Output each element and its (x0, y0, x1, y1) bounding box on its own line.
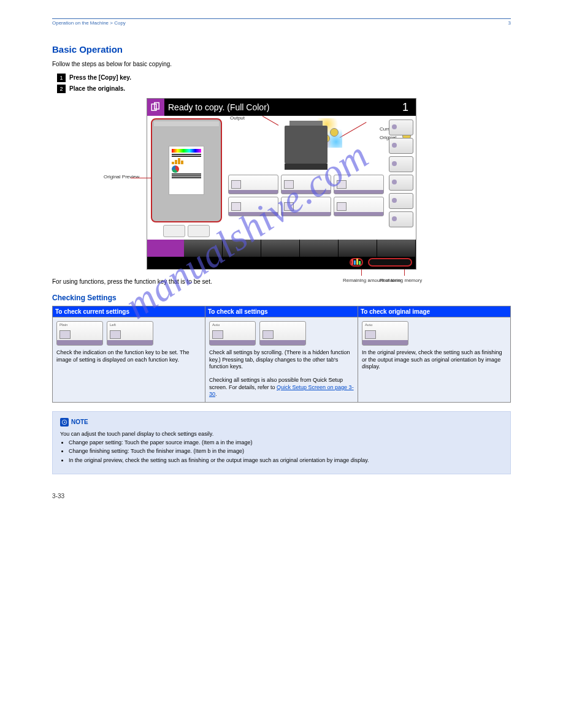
chapter-number: 3 (508, 20, 511, 26)
table-header: To check current settings (53, 306, 205, 317)
function-key[interactable] (281, 197, 331, 216)
memory-status[interactable] (368, 258, 412, 267)
function-key-example: Plain Paper (56, 321, 103, 346)
note-bullet: Change finishing setting: Touch the fini… (69, 447, 503, 455)
original-preview[interactable] (151, 118, 222, 222)
panel-status-text: Ready to copy. (Full Color) (164, 102, 402, 112)
touch-panel: Ready to copy. (Full Color) 1 (147, 98, 416, 270)
staple-icon (110, 330, 121, 339)
function-key-example: Left Staple (107, 321, 153, 346)
zoom-in-button[interactable] (188, 225, 210, 237)
note-bullet: In the original preview, check the setti… (69, 457, 503, 464)
cell-text: Check the indication on the function key… (56, 349, 201, 363)
shortcut-button[interactable] (389, 211, 413, 227)
color-sel-icon (365, 330, 376, 339)
breadcrumb: Operation on the Machine > Copy (52, 20, 126, 26)
paper-sel-icon (262, 330, 274, 339)
copy-count: 1 (402, 101, 416, 114)
function-description: For using functions, press the function … (52, 278, 511, 285)
function-key[interactable] (334, 197, 384, 216)
tab[interactable] (184, 240, 223, 257)
page-number: 3-33 (52, 493, 511, 499)
tab[interactable] (261, 240, 300, 257)
shortcut-button[interactable] (389, 138, 413, 154)
function-key[interactable] (281, 175, 331, 194)
section-title: Basic Operation (52, 44, 511, 55)
setting-badge-icon (330, 128, 339, 137)
cell-text: In the original preview, check the setti… (362, 349, 507, 371)
shortcut-button[interactable] (389, 193, 413, 209)
zoom-out-button[interactable] (163, 225, 185, 237)
color-sel-icon (212, 330, 223, 339)
function-key[interactable] (228, 197, 278, 216)
preview-document (169, 146, 204, 194)
intro-text: Follow the steps as below for basic copy… (52, 61, 511, 67)
note-title: NOTE (71, 418, 88, 427)
paper-icon (59, 330, 71, 339)
note-bullet: Change paper setting: Touch the paper so… (69, 439, 503, 446)
checking-settings-table: To check current settings To check all s… (52, 306, 511, 403)
table-header: To check original image (358, 306, 511, 317)
tabs-accent (147, 240, 184, 257)
cell-note: Checking all settings is also possible f… (209, 377, 354, 398)
label-preview: Original Preview (104, 174, 139, 180)
label-memory: Remaining memory (380, 278, 422, 283)
function-key[interactable] (334, 175, 384, 194)
function-key-example: Auto Color (362, 321, 408, 346)
function-key-example: Paper Selection (259, 321, 306, 346)
sub-heading: Checking Settings (52, 294, 511, 302)
shortcut-button[interactable] (389, 175, 413, 191)
toner-status-icon[interactable] (350, 258, 363, 267)
note-line: You can adjust the touch panel display t… (60, 430, 503, 438)
note-box: NOTE You can adjust the touch panel disp… (52, 411, 511, 474)
tab[interactable] (223, 240, 261, 257)
shortcut-button[interactable] (389, 156, 413, 172)
tab[interactable] (300, 240, 339, 257)
machine-graphic[interactable] (285, 126, 327, 164)
tab[interactable] (339, 240, 377, 257)
function-key[interactable] (228, 175, 278, 194)
table-header: To check all settings (205, 306, 358, 317)
note-icon (60, 418, 69, 427)
step-2-text: Place the originals. (69, 85, 125, 92)
tab[interactable] (377, 240, 416, 257)
cell-text: Check all settings by scrolling. (There … (209, 349, 354, 371)
step-1-marker: 1 (57, 74, 66, 82)
shortcut-button[interactable] (389, 119, 413, 135)
copy-mode-icon (147, 99, 164, 116)
function-key-example: Auto Color (209, 321, 256, 346)
step-1-text: Press the [Copy] key. (69, 74, 131, 81)
step-2-marker: 2 (57, 85, 66, 93)
